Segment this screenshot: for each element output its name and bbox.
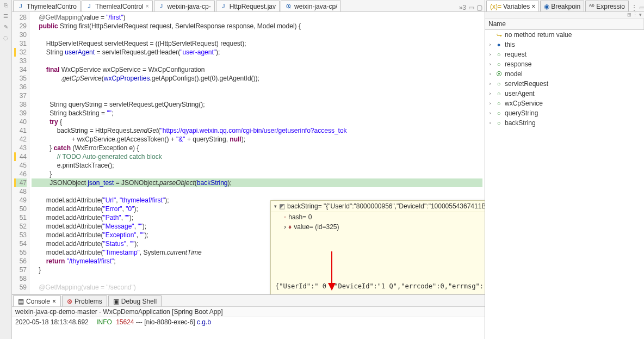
editor-tabbar: JThymeleafControJThemleafControl×Jweixin… [12,0,485,12]
expand-icon[interactable]: › [487,61,493,67]
code-line[interactable] [32,83,482,91]
expand-icon[interactable]: › [284,223,286,231]
expand-icon[interactable]: › [487,110,493,116]
activity-icon[interactable]: ⎘ [4,2,8,10]
tooltip-value-row[interactable]: › ♦ value= (id=325) [271,222,485,232]
tab-label: Variables [503,3,530,10]
variable-row[interactable]: ›●this [485,40,644,50]
right-panel: (x)= Variables × ◉ Breakpoin ᴬᵇ Expressi… [485,0,644,339]
code-line[interactable]: } catch (WxErrorException e) { [32,144,482,152]
tab-console[interactable]: ▤ Console × [13,295,61,306]
code-line[interactable]: public String first(HttpServletRequest r… [32,22,482,30]
variable-row[interactable]: ›⦿model [485,69,644,79]
variable-row[interactable]: ›○servletRequest [485,79,644,89]
main-column: JThymeleafControJThemleafControl×Jweixin… [12,0,485,339]
tooltip-hash-row[interactable]: ▫ hash= 0 [271,212,485,222]
code-line[interactable] [32,91,482,100]
expand-icon[interactable]: › [487,71,493,77]
code-line[interactable]: @GetMapping(value = "/first") [32,13,482,22]
minimize-icon[interactable]: ▭ [468,4,474,11]
variable-row[interactable]: ›○response [485,59,644,69]
code-line[interactable]: } [32,170,482,178]
variable-row[interactable]: ›○userAgent [485,89,644,98]
code-line[interactable]: try { [32,118,482,126]
right-tabbar: (x)= Variables × ◉ Breakpoin ᴬᵇ Expressi… [485,0,644,12]
code-line[interactable] [32,30,482,39]
overflow-label: »3 [459,4,466,11]
code-line[interactable]: HttpServletRequest servletRequest = ((Ht… [32,39,482,48]
tab-variables[interactable]: (x)= Variables × [486,1,539,11]
expand-icon[interactable]: ▾ [274,204,277,209]
tooltip-var-name: backString= "{"UserId":"8000000956","Dev… [287,202,485,210]
log-time: 2020-05-18 18:13:48.692 [15,318,89,326]
activity-icon[interactable]: ☰ [3,13,8,21]
tab-debug-shell[interactable]: ▣ Debug Shell [108,295,162,306]
editor-tab[interactable]: JHttpRequest.jav [216,1,280,11]
editor-tab[interactable]: JThymeleafContro [13,1,81,11]
console-output[interactable]: 2020-05-18 18:13:48.692 INFO 15624 --- [… [12,317,485,327]
tab-label: Expressio [596,3,625,10]
variable-row[interactable]: ›○request [485,50,644,59]
expand-icon[interactable]: › [487,101,493,106]
variable-row[interactable]: ›○backString [485,118,644,128]
variables-tree[interactable]: ⮑no method return value›●this›○request›○… [485,30,644,339]
variable-icon: ○ [495,81,503,87]
expand-icon[interactable] [487,32,493,38]
variable-name: model [505,70,523,78]
maximize-icon[interactable]: ▢ [476,4,482,11]
console-tabbar: ▤ Console × ⊗ Problems ▣ Debug Shell [12,295,485,307]
close-icon[interactable]: × [531,3,535,10]
code-line[interactable]: String queryString = servletRequest.getQ… [32,100,482,109]
activity-icon[interactable]: ✎ [4,24,8,32]
close-icon[interactable]: × [52,298,56,305]
code-line[interactable]: JSONObject json_test = JSONObject.parseO… [32,178,482,187]
close-icon[interactable]: × [146,3,149,9]
code-line[interactable]: .getCpService(wxCpProperties.getAppConfi… [32,74,482,83]
panel-tools: ⋮ ▭ ▢ [629,4,644,11]
variables-icon: (x)= [490,3,501,10]
variable-name: response [505,60,531,68]
code-line[interactable]: String backString = ""; [32,109,482,118]
variable-name: no method return value [505,31,572,39]
expand-icon[interactable]: › [487,91,493,96]
variable-row[interactable]: ›○wxCpService [485,98,644,108]
debug-hover-tooltip: ▾ ◩ backString= "{"UserId":"8000000956",… [270,200,485,294]
code-line[interactable]: final WxCpService wxCpService = WxCpConf… [32,65,482,74]
code-line[interactable]: backString = HttpRequest.sendGet("https:… [32,126,482,135]
tab-overflow[interactable]: »3 ▭ ▢ [457,4,485,11]
tab-label: weixin-java-cp/ [294,3,337,10]
expand-icon[interactable]: › [487,42,493,47]
log-tail: --- [nio-8080-exec-6] [134,318,197,326]
code-line[interactable]: e.printStackTrace(); [32,161,482,170]
java-file-icon: J [158,3,165,10]
variable-row[interactable]: ⮑no method return value [485,30,644,40]
editor-tab[interactable]: JThemleafControl× [82,1,153,11]
code-line[interactable] [32,57,482,65]
tooltip-header[interactable]: ▾ ◩ backString= "{"UserId":"8000000956",… [271,201,485,212]
log-pid: 15624 [116,318,134,326]
tab-expressions[interactable]: ᴬᵇ Expressio [585,1,629,11]
editor-tab[interactable]: Ҩweixin-java-cp/ [281,1,341,11]
code-line[interactable]: String userAgent = servletRequest.getHea… [32,48,482,57]
code-line[interactable] [32,187,482,196]
code-line[interactable]: + wxCpService.getAccessToken() + "&" + q… [32,135,482,144]
line-gutter: 2829303132333435363738394041424344454647… [12,12,29,294]
code-line[interactable]: // TODO Auto-generated catch block [32,152,482,161]
editor-tab[interactable]: Jweixin-java-cp- [154,1,215,11]
expand-icon[interactable]: › [487,81,493,87]
variable-row[interactable]: ›○queryString [485,108,644,118]
activity-bar: ⎘ ☰ ✎ ◌ [0,0,12,339]
tab-problems[interactable]: ⊗ Problems [62,295,107,306]
col-name: Name [485,19,644,29]
view-menu-icon[interactable]: ⋮ [631,4,637,11]
tab-breakpoints[interactable]: ◉ Breakpoin [540,1,584,11]
tab-label: ThymeleafContro [27,3,77,10]
expand-icon[interactable]: › [487,52,493,57]
expand-icon[interactable]: › [487,120,493,126]
variable-name: servletRequest [505,80,548,88]
minimize-icon[interactable]: ▭ [639,4,644,11]
tab-label: Breakpoin [551,3,580,10]
variable-name: backString [505,119,536,127]
console-panel: ▤ Console × ⊗ Problems ▣ Debug Shell wei… [12,294,485,339]
activity-icon[interactable]: ◌ [3,35,8,42]
